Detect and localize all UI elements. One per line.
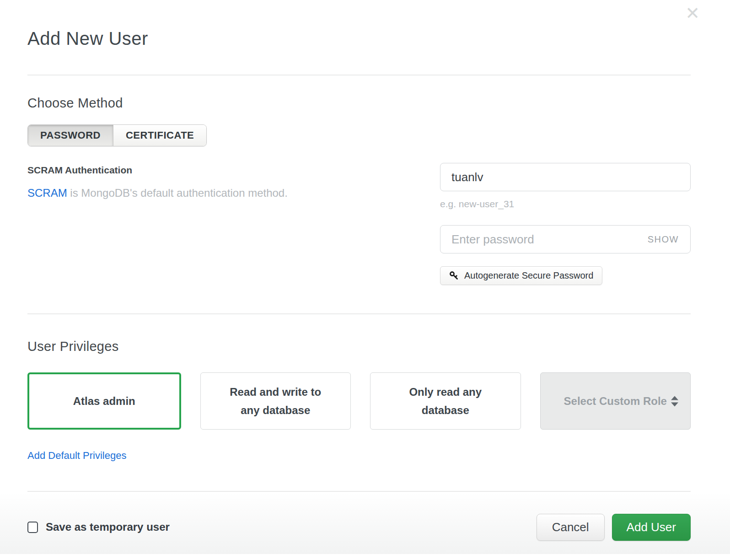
user-privileges-heading: User Privileges (27, 339, 691, 354)
divider (27, 313, 691, 314)
close-icon[interactable]: ✕ (685, 5, 700, 22)
sort-arrows-icon (671, 396, 678, 406)
credentials-fields: e.g. new-user_31 SHOW Autogenerate Secur… (440, 163, 691, 285)
scram-section: SCRAM Authentication SCRAM is MongoDB's … (27, 163, 691, 285)
privilege-card-read-write-any[interactable]: Read and write to any database (200, 372, 351, 430)
cancel-button[interactable]: Cancel (537, 514, 605, 541)
auth-method-toggle: PASSWORD CERTIFICATE (27, 124, 207, 146)
key-icon (449, 271, 459, 281)
privilege-card-custom-role-select[interactable]: Select Custom Role (540, 372, 691, 430)
scram-link[interactable]: SCRAM (27, 187, 67, 199)
tab-password[interactable]: PASSWORD (28, 125, 113, 146)
privilege-card-read-only-any[interactable]: Only read any database (370, 372, 521, 430)
scram-description-text: is MongoDB's default authentication meth… (67, 187, 288, 199)
save-temporary-user-option[interactable]: Save as temporary user (27, 521, 170, 533)
scram-description: SCRAM is MongoDB's default authenticatio… (27, 187, 440, 199)
scram-info: SCRAM Authentication SCRAM is MongoDB's … (27, 163, 440, 285)
privilege-card-atlas-admin[interactable]: Atlas admin (27, 372, 181, 430)
username-helper: e.g. new-user_31 (440, 199, 691, 210)
show-password-button[interactable]: SHOW (648, 234, 679, 245)
modal-footer: Save as temporary user Cancel Add User (0, 492, 730, 554)
privilege-cards: Atlas admin Read and write to any databa… (27, 372, 691, 430)
tab-certificate[interactable]: CERTIFICATE (113, 125, 206, 146)
choose-method-heading: Choose Method (27, 96, 691, 111)
scram-authentication-label: SCRAM Authentication (27, 165, 440, 176)
privilege-card-label: Select Custom Role (564, 392, 667, 410)
add-new-user-modal: Add New User Choose Method PASSWORD CERT… (0, 28, 730, 492)
footer-buttons: Cancel Add User (537, 514, 691, 541)
temporary-user-label: Save as temporary user (46, 521, 170, 533)
page-title: Add New User (27, 28, 691, 49)
password-field-wrap: SHOW (440, 225, 691, 253)
privilege-card-label: Atlas admin (73, 392, 135, 410)
temporary-user-checkbox[interactable] (27, 522, 38, 533)
autogenerate-password-button[interactable]: Autogenerate Secure Password (440, 266, 602, 285)
privilege-card-label: Read and write to any database (220, 383, 332, 419)
autogenerate-password-label: Autogenerate Secure Password (464, 270, 593, 281)
add-default-privileges-link[interactable]: Add Default Privileges (27, 450, 126, 462)
privilege-card-label: Only read any database (390, 383, 501, 419)
username-input[interactable] (440, 163, 691, 191)
divider (27, 75, 691, 75)
add-user-button[interactable]: Add User (612, 514, 691, 541)
